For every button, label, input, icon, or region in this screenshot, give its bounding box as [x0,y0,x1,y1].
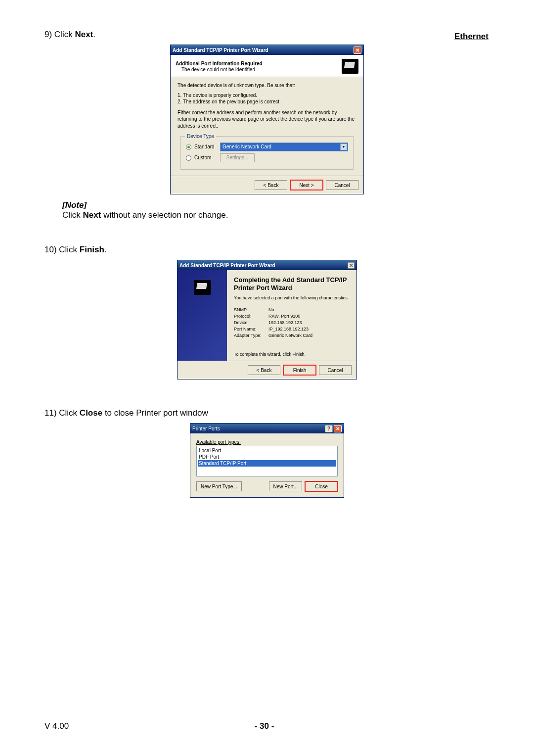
complete-text: To complete this wizard, click Finish. [234,352,351,357]
close-icon[interactable]: ✕ [354,47,361,54]
header-title: Additional Port Information Required [176,61,263,66]
body-p1: The detected device is of unknown type. … [178,82,356,89]
finish-button[interactable]: Finish [283,365,316,375]
kv-adapter-v: Generic Network Card [268,333,312,338]
radio-custom[interactable] [186,155,191,161]
chevron-down-icon[interactable]: ▾ [340,143,347,150]
completing-intro: You have selected a port with the follow… [234,295,351,300]
step-9-text: 9) Click Next. [44,30,490,40]
help-icon[interactable]: ? [325,425,333,432]
close-button[interactable]: Close [305,481,338,491]
step-10-text: 10) Click Finish. [44,245,490,255]
new-port-button[interactable]: New Port... [269,481,302,491]
printer-icon [342,59,358,74]
back-button[interactable]: < Back [255,180,287,190]
kv-device-k: Device: [234,320,268,325]
kv-protocol-v: RAW, Port 9100 [268,314,300,319]
version-text: V 4.00 [44,721,69,731]
step9-bold: Next [75,30,93,39]
port-types-listbox[interactable]: Local Port PDF Port Standard TCP/IP Port [196,446,338,476]
titlebar: Add Standard TCP/IP Printer Port Wizard … [178,260,356,270]
step11-suffix: to close Printer port window [102,408,208,418]
settings-button: Settings... [220,153,255,162]
body-p3: 2. The address on the previous page is c… [178,98,356,105]
note-suffix: without any selection nor change. [101,210,228,220]
fieldset-legend: Device Type [185,133,216,140]
body-p4: Either correct the address and perform a… [178,109,356,130]
kv-snmp-v: No [268,307,274,312]
kv-device-v: 192.168.192.123 [268,320,302,325]
radio-standard[interactable] [186,144,191,150]
step10-prefix: 10) Click [44,245,80,254]
step-11-text: 11) Click Close to close Printer port wi… [44,408,490,418]
dialog-header: Additional Port Information Required The… [171,55,363,77]
device-type-dropdown[interactable]: Generic Network Card ▾ [220,142,348,151]
list-item[interactable]: Standard TCP/IP Port [198,460,336,467]
dialog-footer: < Back Finish Cancel [178,361,356,379]
step10-bold: Finish [80,245,104,254]
list-item[interactable]: Local Port [198,447,336,454]
page-number: - 30 - [255,721,274,731]
page-footer: V 4.00 - 30 - [44,721,490,731]
printer-icon [194,280,211,295]
titlebar: Printer Ports ? ✕ [190,424,344,433]
step9-prefix: 9) Click [44,30,75,39]
note-text: Click Next without any selection nor cha… [62,210,490,220]
close-icon[interactable]: ✕ [334,425,342,432]
back-button[interactable]: < Back [248,365,280,375]
device-type-fieldset: Device Type Standard Generic Network Car… [180,136,354,170]
cancel-button[interactable]: Cancel [319,365,352,375]
kv-portname-v: IP_192.168.192.123 [268,327,309,331]
cancel-button[interactable]: Cancel [326,180,358,190]
dialog-footer: New Port Type... New Port... Close [190,481,344,497]
note-bold: Next [83,210,101,220]
header-subtitle: The device could not be identified. [181,67,263,72]
new-port-type-button[interactable]: New Port Type... [196,481,242,491]
add-port-wizard-dialog: Add Standard TCP/IP Printer Port Wizard … [170,45,364,194]
next-button[interactable]: Next > [290,180,323,190]
dropdown-value: Generic Network Card [222,143,271,150]
available-port-types-label: Available port types: [196,439,241,445]
radio-standard-label: Standard [194,143,217,150]
side-graphic [178,270,227,361]
step9-suffix: . [93,30,95,39]
dialog-title: Printer Ports [192,426,220,431]
step11-bold: Close [80,408,102,418]
body-p2: 1. The device is properly configured. [178,92,356,99]
step11-prefix: 11) Click [44,408,80,418]
printer-ports-dialog: Printer Ports ? ✕ Available port types: … [190,423,344,498]
completing-wizard-dialog: Add Standard TCP/IP Printer Port Wizard … [177,260,357,379]
dialog-title: Add Standard TCP/IP Printer Port Wizard [173,47,268,53]
close-icon[interactable]: ✕ [348,262,355,269]
list-item[interactable]: PDF Port [198,454,336,460]
radio-custom-label: Custom [194,154,217,161]
dialog-footer: < Back Next > Cancel [171,176,363,194]
completing-title: Completing the Add Standard TCP/IP Print… [234,276,351,291]
note-label: [Note] [62,200,490,210]
dialog-title: Add Standard TCP/IP Printer Port Wizard [179,263,275,268]
kv-adapter-k: Adapter Type: [234,333,268,338]
kv-protocol-k: Protocol: [234,314,268,319]
ethernet-link[interactable]: Ethernet [454,32,489,42]
kv-portname-k: Port Name: [234,327,268,331]
note-prefix: Click [62,210,83,220]
step10-suffix: . [104,245,107,254]
titlebar: Add Standard TCP/IP Printer Port Wizard … [171,45,363,55]
kv-snmp-k: SNMP: [234,307,268,312]
